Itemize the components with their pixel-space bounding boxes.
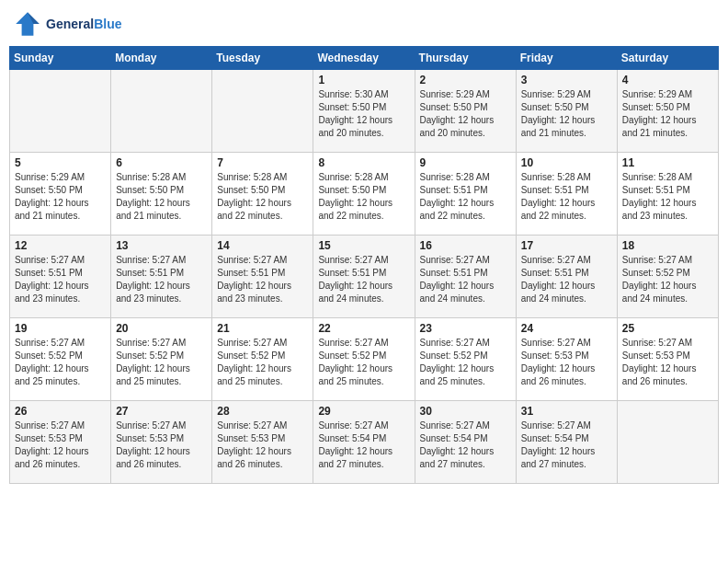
- day-info: Sunrise: 5:27 AM Sunset: 5:53 PM Dayligh…: [622, 337, 713, 388]
- day-number: 13: [116, 239, 207, 252]
- week-row-2: 5Sunrise: 5:29 AM Sunset: 5:50 PM Daylig…: [10, 153, 719, 236]
- day-cell: 13Sunrise: 5:27 AM Sunset: 5:51 PM Dayli…: [111, 236, 212, 318]
- day-number: 19: [15, 322, 106, 335]
- day-cell: 8Sunrise: 5:28 AM Sunset: 5:50 PM Daylig…: [313, 153, 415, 236]
- day-number: 25: [622, 322, 713, 335]
- day-number: 7: [217, 156, 308, 169]
- week-row-4: 19Sunrise: 5:27 AM Sunset: 5:52 PM Dayli…: [10, 318, 719, 401]
- day-info: Sunrise: 5:28 AM Sunset: 5:51 PM Dayligh…: [521, 171, 612, 223]
- day-info: Sunrise: 5:27 AM Sunset: 5:53 PM Dayligh…: [521, 337, 612, 388]
- day-info: Sunrise: 5:27 AM Sunset: 5:52 PM Dayligh…: [116, 337, 207, 388]
- day-number: 30: [420, 405, 511, 418]
- day-info: Sunrise: 5:27 AM Sunset: 5:53 PM Dayligh…: [15, 419, 106, 471]
- logo-text: GeneralBlue: [46, 17, 121, 32]
- day-cell: [111, 70, 212, 153]
- day-number: 10: [521, 156, 612, 169]
- day-info: Sunrise: 5:27 AM Sunset: 5:54 PM Dayligh…: [318, 419, 409, 471]
- day-cell: 27Sunrise: 5:27 AM Sunset: 5:53 PM Dayli…: [111, 401, 212, 484]
- day-info: Sunrise: 5:29 AM Sunset: 5:50 PM Dayligh…: [622, 88, 713, 140]
- day-cell: 15Sunrise: 5:27 AM Sunset: 5:51 PM Dayli…: [313, 236, 415, 318]
- day-info: Sunrise: 5:27 AM Sunset: 5:54 PM Dayligh…: [521, 419, 612, 471]
- day-info: Sunrise: 5:30 AM Sunset: 5:50 PM Dayligh…: [318, 88, 409, 140]
- day-cell: 31Sunrise: 5:27 AM Sunset: 5:54 PM Dayli…: [516, 401, 617, 484]
- day-cell: 29Sunrise: 5:27 AM Sunset: 5:54 PM Dayli…: [313, 401, 415, 484]
- column-header-friday: Friday: [516, 47, 617, 70]
- day-info: Sunrise: 5:29 AM Sunset: 5:50 PM Dayligh…: [521, 88, 612, 140]
- day-cell: 19Sunrise: 5:27 AM Sunset: 5:52 PM Dayli…: [10, 318, 111, 401]
- day-info: Sunrise: 5:28 AM Sunset: 5:51 PM Dayligh…: [420, 171, 511, 223]
- day-cell: 24Sunrise: 5:27 AM Sunset: 5:53 PM Dayli…: [516, 318, 617, 401]
- day-cell: 10Sunrise: 5:28 AM Sunset: 5:51 PM Dayli…: [516, 153, 617, 236]
- day-cell: 1Sunrise: 5:30 AM Sunset: 5:50 PM Daylig…: [313, 70, 415, 153]
- day-info: Sunrise: 5:29 AM Sunset: 5:50 PM Dayligh…: [15, 171, 106, 223]
- day-number: 18: [622, 239, 713, 252]
- day-info: Sunrise: 5:27 AM Sunset: 5:51 PM Dayligh…: [217, 254, 308, 305]
- column-header-sunday: Sunday: [10, 47, 111, 70]
- day-info: Sunrise: 5:27 AM Sunset: 5:51 PM Dayligh…: [420, 254, 511, 305]
- day-info: Sunrise: 5:27 AM Sunset: 5:51 PM Dayligh…: [521, 254, 612, 305]
- day-info: Sunrise: 5:27 AM Sunset: 5:54 PM Dayligh…: [420, 419, 511, 471]
- day-info: Sunrise: 5:27 AM Sunset: 5:52 PM Dayligh…: [318, 337, 409, 388]
- day-number: 9: [420, 156, 511, 169]
- day-cell: 20Sunrise: 5:27 AM Sunset: 5:52 PM Dayli…: [111, 318, 212, 401]
- day-info: Sunrise: 5:28 AM Sunset: 5:50 PM Dayligh…: [217, 171, 308, 223]
- day-cell: 23Sunrise: 5:27 AM Sunset: 5:52 PM Dayli…: [415, 318, 516, 401]
- day-number: 28: [217, 405, 308, 418]
- day-number: 11: [622, 156, 713, 169]
- day-number: 21: [217, 322, 308, 335]
- day-cell: 11Sunrise: 5:28 AM Sunset: 5:51 PM Dayli…: [617, 153, 718, 236]
- day-number: 14: [217, 239, 308, 252]
- day-info: Sunrise: 5:27 AM Sunset: 5:52 PM Dayligh…: [622, 254, 713, 305]
- day-info: Sunrise: 5:28 AM Sunset: 5:50 PM Dayligh…: [116, 171, 207, 223]
- day-cell: 2Sunrise: 5:29 AM Sunset: 5:50 PM Daylig…: [415, 70, 516, 153]
- day-cell: 9Sunrise: 5:28 AM Sunset: 5:51 PM Daylig…: [415, 153, 516, 236]
- day-info: Sunrise: 5:29 AM Sunset: 5:50 PM Dayligh…: [420, 88, 511, 140]
- day-info: Sunrise: 5:27 AM Sunset: 5:53 PM Dayligh…: [116, 419, 207, 471]
- day-number: 15: [318, 239, 409, 252]
- day-cell: 16Sunrise: 5:27 AM Sunset: 5:51 PM Dayli…: [415, 236, 516, 318]
- day-number: 2: [420, 74, 511, 86]
- day-cell: 7Sunrise: 5:28 AM Sunset: 5:50 PM Daylig…: [212, 153, 313, 236]
- day-number: 23: [420, 322, 511, 335]
- day-number: 20: [116, 322, 207, 335]
- day-info: Sunrise: 5:27 AM Sunset: 5:52 PM Dayligh…: [420, 337, 511, 388]
- column-header-monday: Monday: [111, 47, 212, 70]
- day-number: 5: [15, 156, 106, 169]
- day-info: Sunrise: 5:27 AM Sunset: 5:52 PM Dayligh…: [217, 337, 308, 388]
- day-number: 17: [521, 239, 612, 252]
- day-cell: 5Sunrise: 5:29 AM Sunset: 5:50 PM Daylig…: [10, 153, 111, 236]
- day-cell: 4Sunrise: 5:29 AM Sunset: 5:50 PM Daylig…: [617, 70, 718, 153]
- day-info: Sunrise: 5:28 AM Sunset: 5:51 PM Dayligh…: [622, 171, 713, 223]
- day-cell: 22Sunrise: 5:27 AM Sunset: 5:52 PM Dayli…: [313, 318, 415, 401]
- day-cell: 28Sunrise: 5:27 AM Sunset: 5:53 PM Dayli…: [212, 401, 313, 484]
- header-row: SundayMondayTuesdayWednesdayThursdayFrid…: [10, 47, 719, 70]
- day-info: Sunrise: 5:27 AM Sunset: 5:51 PM Dayligh…: [15, 254, 106, 305]
- day-cell: [617, 401, 718, 484]
- day-number: 6: [116, 156, 207, 169]
- column-header-tuesday: Tuesday: [212, 47, 313, 70]
- day-info: Sunrise: 5:27 AM Sunset: 5:51 PM Dayligh…: [318, 254, 409, 305]
- day-number: 12: [15, 239, 106, 252]
- day-cell: 30Sunrise: 5:27 AM Sunset: 5:54 PM Dayli…: [415, 401, 516, 484]
- day-number: 8: [318, 156, 409, 169]
- logo-icon: [13, 9, 42, 39]
- day-number: 24: [521, 322, 612, 335]
- day-number: 16: [420, 239, 511, 252]
- day-cell: 3Sunrise: 5:29 AM Sunset: 5:50 PM Daylig…: [516, 70, 617, 153]
- week-row-3: 12Sunrise: 5:27 AM Sunset: 5:51 PM Dayli…: [10, 236, 719, 318]
- day-cell: 21Sunrise: 5:27 AM Sunset: 5:52 PM Dayli…: [212, 318, 313, 401]
- day-info: Sunrise: 5:27 AM Sunset: 5:52 PM Dayligh…: [15, 337, 106, 388]
- day-cell: 14Sunrise: 5:27 AM Sunset: 5:51 PM Dayli…: [212, 236, 313, 318]
- day-cell: 6Sunrise: 5:28 AM Sunset: 5:50 PM Daylig…: [111, 153, 212, 236]
- page-header: GeneralBlue: [9, 9, 719, 39]
- day-number: 22: [318, 322, 409, 335]
- day-cell: 26Sunrise: 5:27 AM Sunset: 5:53 PM Dayli…: [10, 401, 111, 484]
- day-info: Sunrise: 5:27 AM Sunset: 5:53 PM Dayligh…: [217, 419, 308, 471]
- week-row-5: 26Sunrise: 5:27 AM Sunset: 5:53 PM Dayli…: [10, 401, 719, 484]
- day-info: Sunrise: 5:27 AM Sunset: 5:51 PM Dayligh…: [116, 254, 207, 305]
- logo: GeneralBlue: [13, 9, 121, 39]
- day-number: 1: [318, 74, 409, 86]
- day-cell: 18Sunrise: 5:27 AM Sunset: 5:52 PM Dayli…: [617, 236, 718, 318]
- day-info: Sunrise: 5:28 AM Sunset: 5:50 PM Dayligh…: [318, 171, 409, 223]
- day-cell: 12Sunrise: 5:27 AM Sunset: 5:51 PM Dayli…: [10, 236, 111, 318]
